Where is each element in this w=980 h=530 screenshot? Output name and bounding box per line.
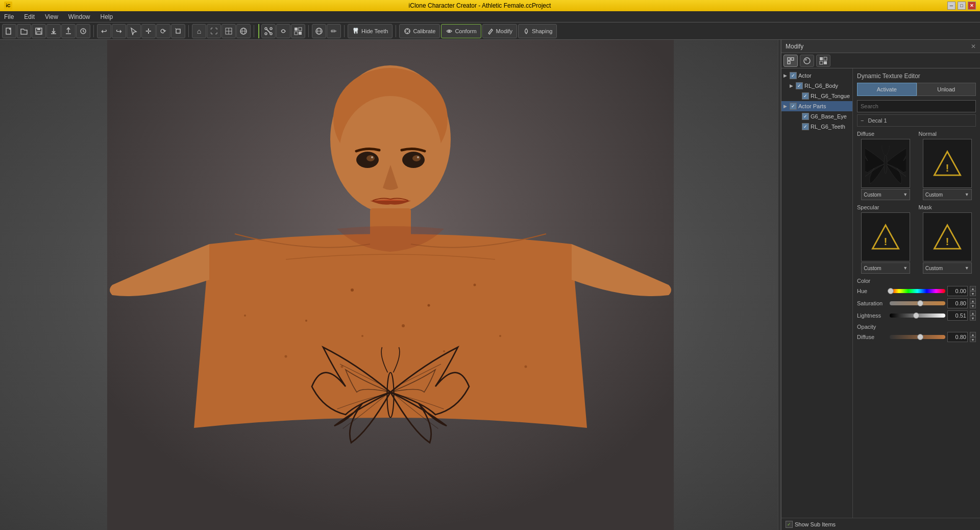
- tree-check-eye[interactable]: [802, 113, 809, 120]
- viewport[interactable]: [0, 40, 781, 530]
- svg-point-64: [884, 155, 887, 174]
- maximize-button[interactable]: □: [958, 2, 966, 10]
- import-button[interactable]: [46, 24, 61, 38]
- texture-button[interactable]: [236, 24, 251, 38]
- tree-label-teeth: RL_G6_Teeth: [811, 124, 845, 130]
- modify-button[interactable]: Modify: [482, 24, 517, 38]
- checkerboard-button[interactable]: [291, 24, 305, 38]
- save-button[interactable]: [32, 24, 46, 38]
- select-button[interactable]: [127, 24, 141, 38]
- warning-triangle-specular: !: [870, 224, 901, 250]
- activate-button[interactable]: Activate: [857, 83, 917, 96]
- saturation-slider[interactable]: [890, 301, 945, 305]
- hue-spin-up[interactable]: ▲: [970, 286, 976, 291]
- tree-item-eye[interactable]: G6_Base_Eye: [781, 111, 852, 122]
- hue-spin-down[interactable]: ▼: [970, 291, 976, 296]
- opacity-slider[interactable]: [890, 335, 945, 339]
- calibrate-button[interactable]: Calibrate: [399, 24, 440, 38]
- diffuse-preview[interactable]: [861, 139, 910, 188]
- tab-transform[interactable]: [783, 55, 798, 67]
- saturation-thumb[interactable]: [917, 300, 923, 306]
- conform-button[interactable]: Conform: [441, 24, 481, 38]
- fullscreen-button[interactable]: ⛶: [207, 24, 221, 38]
- lightness-spinner[interactable]: ▲ ▼: [970, 310, 976, 321]
- menu-edit[interactable]: Edit: [22, 12, 37, 21]
- publish-button[interactable]: [76, 24, 90, 38]
- hide-teeth-button[interactable]: 🦷 Hide Teeth: [348, 24, 393, 38]
- tree-check-tongue[interactable]: [802, 92, 809, 100]
- mask-dropdown[interactable]: Custom ▼: [923, 262, 972, 274]
- svg-rect-20: [295, 32, 298, 35]
- tree-check-teeth[interactable]: [802, 123, 809, 130]
- tab-texture[interactable]: [800, 55, 814, 67]
- tree-item-actor[interactable]: ▶ Actor: [781, 70, 852, 81]
- bone-button[interactable]: [261, 24, 276, 38]
- saturation-spin-down[interactable]: ▼: [970, 303, 976, 308]
- tree-item-body[interactable]: ▶ RL_G6_Body: [781, 81, 852, 91]
- normal-preview[interactable]: !: [923, 139, 972, 188]
- panel-close-button[interactable]: ✕: [971, 43, 976, 50]
- hue-thumb[interactable]: [888, 288, 894, 294]
- redo-button[interactable]: ↪: [112, 24, 126, 38]
- lightness-thumb[interactable]: [913, 312, 919, 319]
- opacity-spinner[interactable]: ▲ ▼: [970, 332, 976, 342]
- svg-rect-55: [788, 58, 790, 60]
- normal-slot: Normal ! Custom ▼: [919, 131, 976, 200]
- decal-collapse-button[interactable]: −: [861, 117, 864, 124]
- home-button[interactable]: ⌂: [192, 24, 206, 38]
- saturation-spinner[interactable]: ▲ ▼: [970, 298, 976, 308]
- tree-check-body[interactable]: [796, 82, 803, 89]
- menu-help[interactable]: Help: [99, 12, 115, 21]
- tree-item-teeth[interactable]: RL_G6_Teeth: [781, 122, 852, 132]
- menu-file[interactable]: File: [2, 12, 16, 21]
- hue-row: Hue 0.00 ▲ ▼: [857, 286, 976, 296]
- menu-view[interactable]: View: [43, 12, 60, 21]
- window-controls[interactable]: ─ □ ✕: [947, 2, 976, 10]
- show-sub-items-checkbox[interactable]: [786, 521, 793, 528]
- shaping-button[interactable]: Shaping: [518, 24, 557, 38]
- move-button[interactable]: ✛: [141, 24, 156, 38]
- close-button[interactable]: ✕: [968, 2, 976, 10]
- viewport-divider[interactable]: [778, 40, 781, 530]
- tab-checkerboard[interactable]: [816, 55, 830, 67]
- open-button[interactable]: [17, 24, 31, 38]
- normal-dropdown[interactable]: Custom ▼: [923, 189, 972, 200]
- tree-check-parts[interactable]: [790, 103, 797, 110]
- opacity-thumb[interactable]: [917, 334, 923, 340]
- green-accent: [258, 24, 259, 38]
- toolbar-separator-2: [188, 25, 189, 37]
- hue-slider[interactable]: [890, 289, 945, 293]
- minimize-button[interactable]: ─: [947, 2, 955, 10]
- conform-icon: [446, 28, 453, 35]
- unload-button[interactable]: Unload: [917, 83, 976, 96]
- saturation-spin-up[interactable]: ▲: [970, 298, 976, 303]
- undo-button[interactable]: ↩: [97, 24, 111, 38]
- lightness-spin-down[interactable]: ▼: [970, 316, 976, 321]
- scale-button[interactable]: [171, 24, 185, 38]
- lightness-slider[interactable]: [890, 314, 945, 318]
- rotate-button[interactable]: ⟳: [156, 24, 170, 38]
- diffuse-dropdown[interactable]: Custom ▼: [861, 189, 910, 200]
- lightness-spin-up[interactable]: ▲: [970, 310, 976, 316]
- specular-preview[interactable]: !: [861, 212, 910, 261]
- tree-check-actor[interactable]: [790, 72, 797, 79]
- normal-label: Normal: [919, 131, 937, 137]
- hue-spinner[interactable]: ▲ ▼: [970, 286, 976, 296]
- export-button[interactable]: [61, 24, 76, 38]
- tree-item-tongue[interactable]: RL_G6_Tongue: [781, 91, 852, 101]
- main-area: Modify ✕: [0, 40, 980, 530]
- menu-window[interactable]: Window: [66, 12, 92, 21]
- opacity-spin-down[interactable]: ▼: [970, 337, 976, 342]
- specular-dropdown[interactable]: Custom ▼: [861, 262, 910, 274]
- search-input[interactable]: [857, 100, 976, 112]
- wireframe-button[interactable]: [222, 24, 236, 38]
- tree-item-actor-parts[interactable]: ▶ Actor Parts: [781, 101, 852, 111]
- window-title: iClone Character Creator - Athletic Fema…: [12, 2, 947, 9]
- new-button[interactable]: [2, 24, 16, 38]
- morph-button[interactable]: [276, 24, 290, 38]
- pen-button[interactable]: ✏: [327, 24, 341, 38]
- tree-arrow-parts: ▶: [783, 104, 790, 109]
- mask-preview[interactable]: !: [923, 212, 972, 261]
- globe-button[interactable]: [312, 24, 326, 38]
- opacity-spin-up[interactable]: ▲: [970, 332, 976, 337]
